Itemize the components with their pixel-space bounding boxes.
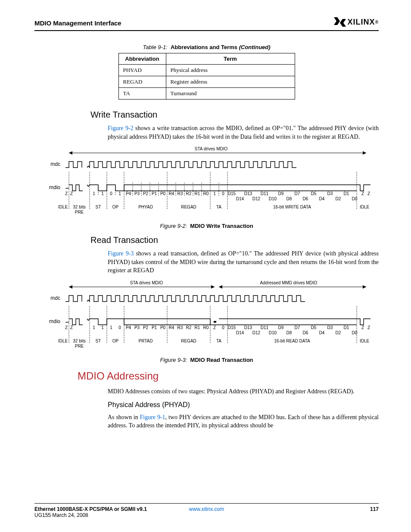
svg-text:P0: P0: [160, 325, 166, 330]
svg-text:REGAD: REGAD: [181, 339, 196, 343]
svg-text:TA: TA: [216, 205, 221, 209]
svg-marker-77: [69, 285, 72, 289]
addr-para1: MDIO Addresses consists of two stages: P…: [108, 387, 379, 396]
svg-text:R1: R1: [195, 325, 200, 330]
table-head-row: Abbreviation Term: [118, 53, 295, 65]
figure-9-3: STA drives MDIO Addressed MMD drives MDI…: [47, 280, 375, 353]
svg-text:R4: R4: [169, 191, 174, 196]
svg-text:TA: TA: [216, 339, 221, 343]
svg-marker-81: [363, 285, 366, 289]
svg-text:D15: D15: [228, 191, 236, 196]
svg-marker-80: [219, 285, 222, 289]
mdio-addressing-heading: MDIO Addressing: [78, 370, 379, 382]
phyad-heading: Physical Address (PHYAD): [108, 401, 379, 409]
svg-text:1: 1: [213, 191, 216, 196]
svg-text:IDLE: IDLE: [58, 339, 68, 343]
figure-link[interactable]: Figure 9-1: [140, 414, 165, 420]
svg-text:Z: Z: [70, 325, 73, 330]
svg-text:Addressed MMD drives MDIO: Addressed MMD drives MDIO: [260, 280, 318, 285]
svg-text:Z: Z: [361, 325, 364, 330]
abbrev-table: Abbreviation Term PHYADPhysical address …: [118, 53, 295, 100]
figure-link[interactable]: Figure 9-3: [108, 250, 134, 257]
figure-9-3-caption: Figure 9-3: MDIO Read Transaction: [34, 357, 379, 363]
svg-text:Z: Z: [367, 191, 370, 196]
write-heading: Write Transaction: [90, 110, 379, 120]
svg-marker-5: [363, 151, 366, 155]
svg-text:P2: P2: [143, 325, 149, 330]
svg-text:D5: D5: [311, 325, 317, 330]
svg-text:1: 1: [101, 191, 104, 196]
svg-text:P0: P0: [160, 191, 166, 196]
svg-text:R4: R4: [169, 325, 174, 330]
svg-text:D4: D4: [319, 330, 325, 335]
table-row: TATurnaround: [118, 88, 295, 100]
svg-text:REGAD: REGAD: [181, 205, 196, 209]
svg-text:P4: P4: [126, 325, 131, 330]
svg-text:P3: P3: [134, 191, 140, 196]
svg-text:D12: D12: [252, 196, 261, 201]
svg-text:mdio: mdio: [49, 184, 60, 190]
svg-text:D10: D10: [269, 330, 277, 335]
svg-text:P3: P3: [134, 325, 140, 330]
svg-text:D6: D6: [303, 196, 308, 201]
table-caption: Table 9-1: Abbreviations and Terms (Cont…: [34, 44, 379, 50]
svg-marker-78: [211, 285, 215, 289]
svg-text:D2: D2: [336, 196, 341, 201]
svg-text:0: 0: [222, 325, 224, 330]
svg-marker-1: [340, 19, 346, 27]
svg-text:D6: D6: [303, 330, 308, 335]
svg-text:0: 0: [110, 191, 112, 196]
svg-text:P4: P4: [126, 191, 131, 196]
svg-text:D12: D12: [252, 330, 261, 335]
svg-text:mdc: mdc: [50, 295, 60, 301]
svg-text:D4: D4: [319, 196, 325, 201]
header-title: MDIO Management Interface: [34, 19, 121, 27]
svg-text:STA drives MDIO: STA drives MDIO: [130, 280, 163, 285]
svg-text:R3: R3: [177, 325, 183, 330]
svg-text:ST: ST: [96, 339, 101, 343]
figure-link[interactable]: Figure 9-2: [108, 125, 134, 131]
read-paragraph: Figure 9-3 shows a read transaction, def…: [108, 249, 379, 275]
svg-text:16-bit WRITE DATA: 16-bit WRITE DATA: [273, 205, 311, 209]
svg-text:D9: D9: [278, 191, 284, 196]
svg-text:Z: Z: [213, 325, 216, 330]
svg-text:0: 0: [118, 325, 121, 330]
footer-doc-title: Ethernet 1000BASE-X PCS/PMA or SGMII v9.…: [34, 506, 147, 518]
svg-text:P1: P1: [152, 325, 157, 330]
svg-text:PRTAD: PRTAD: [139, 339, 153, 343]
svg-text:D1: D1: [344, 325, 349, 330]
svg-text:STA drives MDIO: STA drives MDIO: [195, 146, 228, 151]
svg-text:mdc: mdc: [50, 161, 60, 167]
svg-text:R0: R0: [203, 325, 209, 330]
write-paragraph: Figure 9-2 shows a write transaction acr…: [108, 124, 379, 141]
svg-text:IDLE: IDLE: [360, 339, 370, 343]
svg-text:1: 1: [93, 325, 95, 330]
svg-text:D2: D2: [336, 330, 341, 335]
svg-text:D7: D7: [295, 325, 300, 330]
page-header: MDIO Management Interface XILINX®: [34, 17, 379, 31]
svg-text:Z: Z: [70, 191, 73, 196]
svg-text:Z: Z: [367, 325, 370, 330]
th-term: Term: [166, 53, 295, 65]
figure-9-2: STA drives MDIO mdc mdio ZZ: [47, 146, 375, 219]
svg-text:1: 1: [93, 191, 95, 196]
svg-text:D14: D14: [236, 330, 244, 335]
svg-text:R2: R2: [186, 191, 192, 196]
svg-text:D8: D8: [286, 196, 292, 201]
svg-text:P1: P1: [152, 191, 157, 196]
svg-marker-4: [69, 151, 72, 155]
svg-text:PRE: PRE: [75, 344, 84, 348]
svg-text:0: 0: [222, 191, 224, 196]
addr-para2: As shown in Figure 9-1, two PHY devices …: [108, 413, 379, 430]
svg-text:R1: R1: [195, 191, 200, 196]
svg-text:32 bits: 32 bits: [73, 205, 85, 209]
svg-text:16-bit READ DATA: 16-bit READ DATA: [274, 339, 310, 343]
footer-url[interactable]: www.xilinx.com: [189, 506, 224, 512]
figure-9-2-caption: Figure 9-2: MDIO Write Transaction: [34, 223, 379, 229]
svg-text:D3: D3: [327, 191, 333, 196]
svg-text:R2: R2: [186, 325, 192, 330]
svg-text:1: 1: [101, 325, 104, 330]
svg-text:R0: R0: [203, 191, 209, 196]
svg-text:32 bits: 32 bits: [73, 339, 85, 343]
svg-text:D14: D14: [236, 196, 244, 201]
